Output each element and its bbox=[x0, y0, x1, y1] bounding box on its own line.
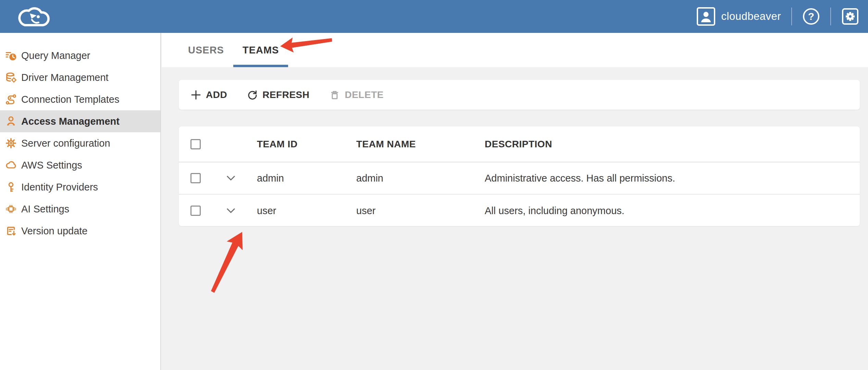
driver-management-icon bbox=[5, 71, 17, 84]
sidebar-item-access-management[interactable]: Access Management bbox=[0, 110, 160, 132]
refresh-button-label: REFRESH bbox=[262, 89, 309, 100]
settings-gear-icon[interactable] bbox=[841, 8, 859, 25]
sidebar-item-connection-templates[interactable]: Connection Templates bbox=[0, 88, 160, 110]
cell-description: Administrative access. Has all permissio… bbox=[485, 173, 860, 184]
main-content: USERS TEAMS ADD bbox=[162, 33, 868, 370]
sidebar-item-ai-settings[interactable]: AI Settings bbox=[0, 198, 160, 220]
top-bar-right-cluster: cloudbeaver ? bbox=[697, 7, 859, 26]
cell-team-name: admin bbox=[356, 173, 485, 184]
svg-text:?: ? bbox=[808, 11, 814, 22]
sidebar-item-label: Query Manager bbox=[21, 50, 90, 61]
add-button[interactable]: ADD bbox=[190, 89, 227, 100]
cloudbeaver-logo-icon bbox=[14, 3, 51, 30]
top-bar-divider bbox=[830, 8, 831, 25]
cloudbeaver-admin-screen: cloudbeaver ? bbox=[0, 0, 868, 370]
access-management-icon bbox=[5, 115, 17, 127]
sidebar-item-label: Driver Management bbox=[21, 72, 109, 83]
row-checkbox[interactable] bbox=[190, 173, 201, 183]
ai-settings-icon bbox=[5, 203, 17, 215]
sidebar-item-label: Version update bbox=[21, 225, 87, 237]
version-update-icon bbox=[5, 225, 17, 237]
cell-team-id: admin bbox=[257, 173, 356, 184]
top-bar-divider bbox=[791, 8, 792, 25]
connection-templates-icon bbox=[5, 93, 17, 106]
chevron-down-icon[interactable] bbox=[225, 175, 238, 182]
refresh-button[interactable]: REFRESH bbox=[247, 89, 309, 100]
table-header-row: TEAM ID TEAM NAME DESCRIPTION bbox=[179, 126, 860, 162]
cell-team-id: user bbox=[257, 205, 356, 217]
identity-providers-icon bbox=[5, 181, 17, 193]
chevron-down-icon[interactable] bbox=[225, 207, 238, 214]
table-row-admin[interactable]: admin admin Administrative access. Has a… bbox=[179, 162, 860, 195]
plus-icon bbox=[190, 89, 201, 100]
tab-users[interactable]: USERS bbox=[179, 33, 233, 67]
table-row-user[interactable]: user user All users, including anonymous… bbox=[179, 195, 860, 227]
cell-team-name: user bbox=[356, 205, 485, 217]
sidebar-item-query-manager[interactable]: Query Manager bbox=[0, 45, 160, 66]
sidebar-item-aws-settings[interactable]: AWS Settings bbox=[0, 154, 160, 176]
user-avatar[interactable] bbox=[697, 7, 715, 26]
sidebar-item-identity-providers[interactable]: Identity Providers bbox=[0, 176, 160, 198]
server-configuration-icon bbox=[5, 137, 17, 149]
add-button-label: ADD bbox=[206, 89, 227, 100]
sidebar-item-server-configuration[interactable]: Server configuration bbox=[0, 132, 160, 154]
column-header-team-id: TEAM ID bbox=[257, 139, 356, 150]
admin-sidebar: Query Manager Driver M bbox=[0, 33, 161, 370]
select-all-checkbox[interactable] bbox=[190, 139, 201, 149]
sidebar-item-label: AWS Settings bbox=[21, 160, 82, 171]
sidebar-item-label: Access Management bbox=[21, 116, 120, 127]
sidebar-item-label: Server configuration bbox=[21, 138, 110, 149]
cell-description: All users, including anonymous. bbox=[485, 205, 860, 217]
sidebar-item-driver-management[interactable]: Driver Management bbox=[0, 66, 160, 88]
tab-bar: USERS TEAMS bbox=[162, 33, 868, 67]
refresh-icon bbox=[247, 89, 258, 100]
sidebar-item-label: AI Settings bbox=[21, 204, 69, 215]
aws-settings-icon bbox=[5, 159, 17, 171]
sidebar-item-label: Connection Templates bbox=[21, 94, 119, 105]
help-icon[interactable]: ? bbox=[802, 8, 820, 25]
query-manager-icon bbox=[5, 49, 17, 62]
column-header-description: DESCRIPTION bbox=[485, 139, 860, 150]
delete-button[interactable]: DELETE bbox=[329, 89, 383, 100]
sidebar-item-version-update[interactable]: Version update bbox=[0, 220, 160, 242]
username-label: cloudbeaver bbox=[721, 10, 781, 23]
teams-toolbar: ADD REFRESH bbox=[179, 80, 860, 110]
teams-table: TEAM ID TEAM NAME DESCRIPTION admin admi… bbox=[179, 126, 860, 226]
delete-button-label: DELETE bbox=[345, 89, 383, 100]
column-header-team-name: TEAM NAME bbox=[356, 139, 485, 150]
top-bar: cloudbeaver ? bbox=[0, 0, 868, 33]
trash-icon bbox=[329, 89, 340, 100]
sidebar-item-label: Identity Providers bbox=[21, 182, 98, 193]
row-checkbox[interactable] bbox=[190, 206, 201, 216]
tab-teams[interactable]: TEAMS bbox=[233, 33, 288, 67]
